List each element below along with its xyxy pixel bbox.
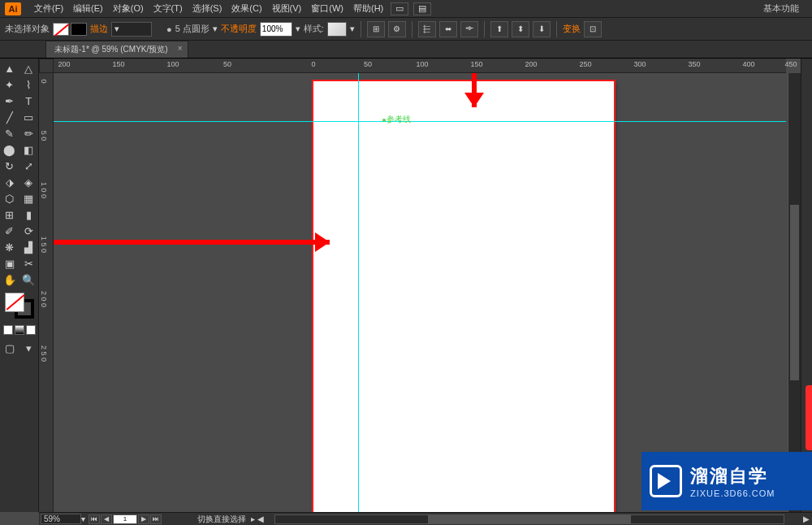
align-middle-icon[interactable]: ⬍ xyxy=(512,21,529,37)
screen-mode-tool[interactable]: ▢ xyxy=(0,340,19,356)
color-mode-row xyxy=(0,325,38,335)
hscroll-right-button[interactable]: ▶ xyxy=(801,514,812,523)
document-tab[interactable]: 未标题-1* @ 59% (CMYK/预览) × xyxy=(45,41,188,58)
blend-tool[interactable]: ⟳ xyxy=(19,223,39,239)
style-label: 样式: xyxy=(304,23,324,35)
width-tool[interactable]: ⬗ xyxy=(0,174,19,190)
vertical-scrollbar[interactable] xyxy=(788,73,801,512)
artboard-number-field[interactable]: 1 xyxy=(113,514,137,524)
vscroll-thumb[interactable] xyxy=(790,205,799,380)
color-mode-none[interactable] xyxy=(26,325,36,335)
menu-effect[interactable]: 效果(C) xyxy=(227,2,266,15)
brush-shape-label: ● xyxy=(166,24,172,34)
options-bar: 未选择对象 描边 ▾ ● 5 点圆形 ▾ 不透明度 100% ▾ 样式: ▾ ⊞… xyxy=(0,18,812,41)
prev-artboard-button[interactable]: ◀ xyxy=(101,514,112,524)
slice-tool[interactable]: ✂ xyxy=(19,255,39,271)
guide-handle-icon xyxy=(382,119,386,122)
menu-object[interactable]: 对象(O) xyxy=(108,2,149,15)
align-center-icon[interactable]: ⬌ xyxy=(439,21,457,37)
artboard-tool[interactable]: ▣ xyxy=(0,255,19,271)
horizontal-guide[interactable] xyxy=(54,121,786,122)
perspective-tool[interactable]: ▦ xyxy=(19,190,39,206)
vertical-ruler[interactable]: 0 5 0 1 0 0 1 5 0 2 0 0 2 5 0 xyxy=(39,73,54,512)
menu-edit[interactable]: 编辑(E) xyxy=(68,2,108,15)
shape-builder-tool[interactable]: ⬡ xyxy=(0,190,19,206)
close-tab-icon[interactable]: × xyxy=(178,44,183,53)
pref-icon[interactable]: ⚙ xyxy=(388,21,406,37)
color-mode-gradient[interactable] xyxy=(15,325,24,335)
next-artboard-button[interactable]: ▶ xyxy=(138,514,149,524)
stroke-weight-menu[interactable]: ▾ xyxy=(111,22,152,37)
watermark-url: ZIXUE.3D66.COM xyxy=(690,488,775,498)
guide-label: 参考线 xyxy=(387,114,411,125)
menu-file[interactable]: 文件(F) xyxy=(29,2,68,15)
align-left-icon[interactable]: ⬱ xyxy=(418,21,436,37)
color-mode-color[interactable] xyxy=(3,325,13,335)
vertical-guide[interactable] xyxy=(358,73,359,512)
ruler-origin[interactable] xyxy=(39,59,54,73)
layout-icon-1[interactable]: ▭ xyxy=(391,2,408,15)
free-transform-tool[interactable]: ◈ xyxy=(19,174,39,190)
stroke-label[interactable]: 描边 xyxy=(90,23,108,35)
canvas[interactable]: 参考线 xyxy=(54,73,786,512)
menu-view[interactable]: 视图(V) xyxy=(267,2,307,15)
eraser-tool[interactable]: ◧ xyxy=(19,141,39,158)
transform-icon[interactable]: ⊡ xyxy=(584,21,602,37)
menu-window[interactable]: 窗口(W) xyxy=(306,2,348,15)
menu-help[interactable]: 帮助(H) xyxy=(348,2,388,15)
watermark: 溜溜自学 ZIXUE.3D66.COM xyxy=(641,452,812,510)
blob-brush-tool[interactable]: ⬤ xyxy=(0,141,19,158)
first-artboard-button[interactable]: ⏮ xyxy=(89,514,100,524)
align-top-icon[interactable]: ⬆ xyxy=(490,21,508,37)
rectangle-tool[interactable]: ▭ xyxy=(19,109,39,125)
layout-icon-2[interactable]: ▤ xyxy=(413,2,431,15)
scale-tool[interactable]: ⤢ xyxy=(19,158,39,174)
annotation-arrow-vertical xyxy=(472,73,477,107)
direct-select-tool[interactable]: △ xyxy=(19,60,39,76)
lasso-tool[interactable]: ⌇ xyxy=(19,76,39,93)
rotate-tool[interactable]: ↻ xyxy=(0,158,19,174)
stroke-swatch-black[interactable] xyxy=(71,23,87,36)
workspace-switcher[interactable]: 基本功能 xyxy=(755,2,807,15)
hand-tool[interactable]: ✋ xyxy=(0,271,19,288)
line-tool[interactable]: ╱ xyxy=(0,109,19,125)
symbol-sprayer-tool[interactable]: ❋ xyxy=(0,239,19,255)
zoom-field[interactable]: 59% xyxy=(41,514,81,524)
status-info: 切换直接选择 xyxy=(197,514,246,525)
doc-setup-icon[interactable]: ⊞ xyxy=(367,21,385,37)
opacity-field[interactable]: 100% xyxy=(260,22,292,37)
last-artboard-button[interactable]: ⏭ xyxy=(150,514,162,524)
pen-tool[interactable]: ✒ xyxy=(0,93,19,109)
style-swatch[interactable] xyxy=(327,22,347,37)
menu-type[interactable]: 文字(T) xyxy=(149,2,188,15)
horizontal-scrollbar[interactable] xyxy=(274,514,784,524)
pencil-tool[interactable]: ✏ xyxy=(19,125,39,141)
align-bottom-icon[interactable]: ⬇ xyxy=(533,21,551,37)
toolbox: ▲△ ✦⌇ ✒T ╱▭ ✎✏ ⬤◧ ↻⤢ ⬗◈ ⬡▦ ⊞▮ ✐⟳ ❋▟ ▣✂ ✋… xyxy=(0,59,39,512)
fill-indicator[interactable] xyxy=(5,293,24,312)
fill-stroke-indicator[interactable] xyxy=(3,291,36,320)
opacity-label[interactable]: 不透明度 xyxy=(221,23,257,35)
align-right-icon[interactable]: ⬲ xyxy=(460,21,478,37)
fillstroke-swatches[interactable] xyxy=(53,23,87,36)
annotation-accent xyxy=(806,385,812,450)
horizontal-ruler[interactable]: 200 150 100 50 0 50 100 150 200 250 300 … xyxy=(54,59,786,73)
hscroll-left-button[interactable]: ◀ xyxy=(255,514,266,523)
selection-tool[interactable]: ▲ xyxy=(0,60,19,76)
annotation-arrow-horizontal xyxy=(54,240,330,245)
paintbrush-tool[interactable]: ✎ xyxy=(0,125,19,141)
graph-tool[interactable]: ▟ xyxy=(19,239,39,255)
menu-select[interactable]: 选择(S) xyxy=(188,2,227,15)
mesh-tool[interactable]: ⊞ xyxy=(0,206,19,223)
eyedropper-tool[interactable]: ✐ xyxy=(0,223,19,239)
change-screen-tool[interactable]: ▾ xyxy=(19,340,39,356)
type-tool[interactable]: T xyxy=(19,93,39,109)
document-tab-title: 未标题-1* @ 59% (CMYK/预览) xyxy=(54,45,168,54)
fill-swatch-none[interactable] xyxy=(53,23,69,36)
magic-wand-tool[interactable]: ✦ xyxy=(0,76,19,93)
selection-status: 未选择对象 xyxy=(5,23,50,35)
transform-label[interactable]: 变换 xyxy=(563,23,581,35)
gradient-tool[interactable]: ▮ xyxy=(19,206,39,223)
zoom-tool[interactable]: 🔍 xyxy=(19,271,39,288)
hscroll-thumb[interactable] xyxy=(428,515,631,523)
